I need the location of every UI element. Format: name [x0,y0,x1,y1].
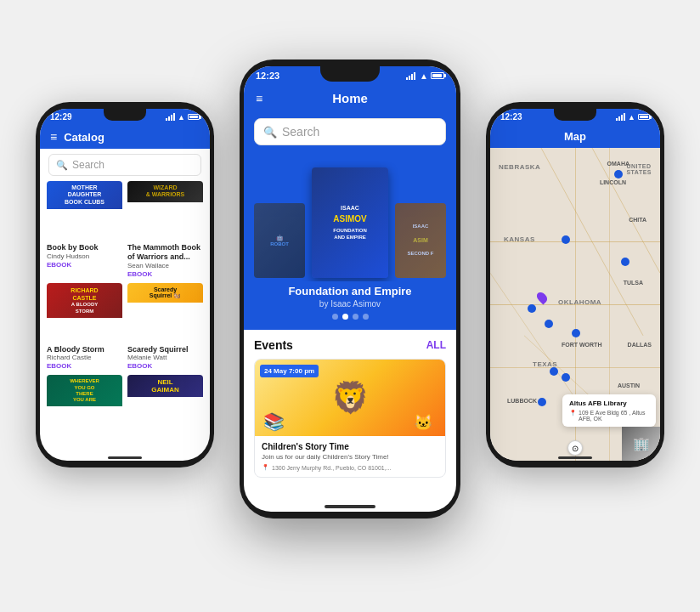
status-icons-right: ▲ [616,113,650,122]
cover-img-4: ScaredySquirrel 🐿️ [127,283,203,303]
ebook-badge-1: EBOOK [47,261,122,269]
map-location-pin: 📍 [569,410,577,422]
book-card-1[interactable]: MOTHERDAUGHTERBOOK CLUBS Book by Book Ci… [47,181,122,278]
photo-icon: 🏢 [633,436,650,452]
map-pin-1[interactable] [614,170,623,178]
battery-icon-right [638,114,650,120]
book-title-4: Scaredy Squirrel [127,345,203,354]
map-address-text: 109 E Ave Bldg 65 , Altus AFB, OK [579,410,649,422]
home-indicator-right [558,456,592,459]
label-oklahoma: OKLAHOMA [558,298,601,306]
event-date-badge: 24 May 7:00 pm [260,365,319,377]
book-author-3: Richard Castle [47,354,122,361]
signal-icon-left [166,113,175,121]
cover-img-5: WHEREVERYOU GOTHEREYOU ARE [47,375,122,406]
cover-asimov-yellow: ISAAC ASIM SECOND F [395,203,446,278]
city-lubbock: Lubbock [507,398,537,404]
map-pin-2[interactable] [562,235,570,244]
map-pin-4[interactable] [528,304,536,313]
phones-container: 12:29 ▲ [19,17,681,595]
event-title-text: Children's Story Time [262,442,438,451]
notch-right [554,109,596,121]
catalog-scroll: MOTHERDAUGHTERBOOK CLUBS Book by Book Ci… [40,181,210,461]
book-title-2: The Mammoth Book of Warriors and... [127,243,203,262]
events-all-link[interactable]: ALL [426,339,446,351]
ebook-badge-3: EBOOK [47,362,122,370]
event-lion-icon: 🦁 [331,380,370,416]
wifi-icon-center: ▲ [420,71,428,81]
carousel-book-author: by Isaac Asimov [244,299,456,309]
label-nebraska: NEBRASKA [499,163,540,171]
dot-1 [332,314,338,320]
carousel-book-right[interactable]: ISAAC ASIM SECOND F [395,203,446,278]
search-icon-home: 🔍 [263,126,277,139]
book-author-4: Mélanie Watt [127,354,203,361]
label-kansas: KANSAS [504,235,535,243]
cover-robot: 🤖ROBOT [254,203,305,278]
map-pin-selected[interactable] [538,292,546,303]
location-pin-icon: 📍 [262,464,269,471]
book-card-5[interactable]: WHEREVERYOU GOTHEREYOU ARE [47,375,122,434]
carousel-book-title: Foundation and Empire [244,285,456,298]
book-card-3[interactable]: RICHARDCASTLEA BLOODYSTORM A Bloody Stor… [47,283,122,371]
signal-icon-right [616,113,625,121]
book-card-6[interactable]: NEILGAIMAN [127,375,203,434]
carousel-book-main[interactable]: ISAAC ASIMOV FOUNDATION AND EMPIRE [312,167,388,278]
book-author-1: Cindy Hudson [47,252,122,260]
map-photo-strip: 🏢 [622,427,660,461]
screen-catalog: 12:29 ▲ [40,109,210,461]
map-pin-3[interactable] [621,258,629,266]
search-bar-home[interactable]: 🔍 Search [254,118,446,145]
time-right: 12:23 [500,112,522,122]
carousel-book-robot[interactable]: 🤖ROBOT [254,203,305,278]
battery-icon-left [188,114,200,120]
event-card[interactable]: 24 May 7:00 pm 📚 🦁 🐱 Children's Story Ti… [254,359,446,478]
map-info-box[interactable]: Altus AFB Library 📍 109 E Ave Bldg 65 , … [562,394,656,427]
ebook-badge-2: EBOOK [127,270,203,278]
map-background: NEBRASKA UNITEDSTATES KANSAS OKLAHOMA TE… [490,148,660,461]
hamburger-icon-left[interactable]: ≡ [50,130,57,144]
map-container[interactable]: NEBRASKA UNITEDSTATES KANSAS OKLAHOMA TE… [490,148,660,461]
event-description: Join us for our daily Children's Story T… [262,453,438,461]
wifi-icon-left: ▲ [178,113,185,122]
notch-center [320,66,380,82]
book-card-2[interactable]: WIZARD& WARRIORS The Mammoth Book of War… [127,181,203,278]
location-button[interactable]: ⊙ [567,440,583,456]
screen-map: 12:23 ▲ [490,109,660,461]
book-card-4[interactable]: ScaredySquirrel 🐿️ Scaredy Squirrel Méla… [127,283,203,371]
cover-img-2: WIZARD& WARRIORS [127,181,203,202]
cover-asimov-blue: ISAAC ASIMOV FOUNDATION AND EMPIRE [312,167,388,278]
search-text-catalog: Search [72,159,104,171]
phone-catalog: 12:29 ▲ [36,102,214,468]
map-pin-8[interactable] [562,373,570,382]
search-icon-catalog: 🔍 [56,160,68,171]
cover-img-6: NEILGAIMAN [127,375,203,397]
battery-icon-center [431,72,444,79]
hamburger-icon-center[interactable]: ≡ [256,92,262,105]
status-icons-center: ▲ [406,71,444,81]
notch-left [104,109,146,121]
nav-bar-map: Map [490,125,660,148]
catalog-grid: MOTHERDAUGHTERBOOK CLUBS Book by Book Ci… [40,181,210,434]
event-books-icon: 📚 [263,411,285,432]
events-header: Events ALL [254,338,446,352]
book-title-3: A Bloody Storm [47,345,122,354]
time-center: 12:23 [256,71,279,81]
cover-img-1: MOTHERDAUGHTERBOOK CLUBS [47,181,122,209]
search-bar-catalog[interactable]: 🔍 Search [48,154,201,176]
event-info: Children's Story Time Join us for our da… [255,436,445,477]
screen-home: 12:23 ▲ [244,66,456,512]
home-title: Home [332,91,368,105]
dot-3 [353,314,358,320]
book-cover-3: RICHARDCASTLEA BLOODYSTORM [47,283,122,343]
city-fortworth: Fort Worth [562,342,601,348]
carousel-section: 🤖ROBOT ISAAC ASIMOV FOUNDATION AND EMPIR… [244,161,456,330]
carousel-books: 🤖ROBOT ISAAC ASIMOV FOUNDATION AND EMPIR… [244,161,456,281]
catalog-title: Catalog [64,131,104,144]
event-cat-icon: 🐱 [414,413,432,432]
search-text-home: Search [282,125,319,139]
map-pin-7[interactable] [550,367,558,376]
map-library-name: Altus AFB Library [569,400,649,407]
status-icons-left: ▲ [166,113,200,122]
city-tulsa: Tulsa [624,280,643,286]
